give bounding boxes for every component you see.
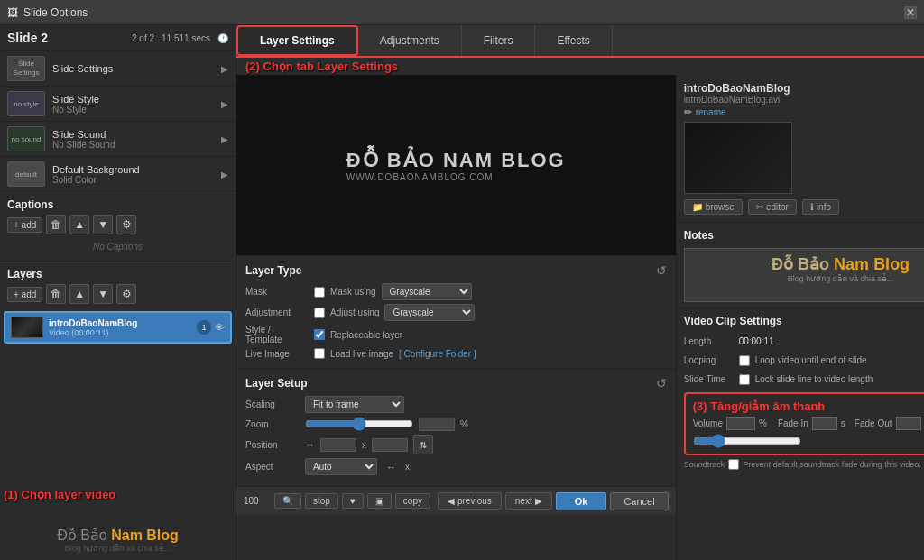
annotation-2: (2) Chọn tab Layer Settings (245, 60, 398, 73)
ok-button[interactable]: Ok (556, 492, 607, 510)
looping-row: Looping Loop video until end of slide Pr… (684, 353, 924, 368)
layers-up-button[interactable]: ▲ (69, 284, 89, 304)
title-bar: 🖼 Slide Options ✕ (0, 0, 924, 25)
scaling-row: Scaling Fit to frame (245, 396, 667, 413)
scaling-select[interactable]: Fit to frame (305, 396, 404, 413)
layer-type-reset[interactable]: ↺ (656, 263, 667, 278)
tab-filters[interactable]: Filters (462, 25, 536, 56)
zoom-row: Zoom 100 % (245, 417, 667, 431)
zoom-display: 100 (244, 496, 271, 506)
position-row: Position ↔ 0 x 0 ⇅ (245, 435, 667, 454)
copy-button[interactable]: copy (395, 493, 430, 509)
notes-body[interactable]: Đỗ Bảo Nam Blog Blog hướng dẫn và chia s… (684, 248, 924, 302)
aspect-select[interactable]: Auto (305, 458, 377, 475)
slide-settings-text: Slide Settings (52, 63, 214, 74)
file-filename: introDoBaoNamBlog.avi (684, 95, 924, 105)
pos-x-input[interactable]: 0 (320, 438, 356, 452)
layers-delete-button[interactable]: 🗑 (46, 284, 66, 304)
slide-style-sub: No Style (52, 105, 214, 115)
layers-add-button[interactable]: + add (7, 287, 42, 302)
slide-style-item[interactable]: no style Slide Style No Style ▶ (0, 87, 236, 122)
arrow-icon-4: ▶ (221, 170, 228, 179)
volume-slider[interactable] (693, 434, 801, 448)
default-bg-item[interactable]: default Default Background Solid Color ▶ (0, 157, 236, 192)
volume-label: Volume (693, 418, 723, 428)
captions-title: Captions (7, 198, 228, 211)
rename-link[interactable]: rename (696, 107, 726, 117)
browse-button[interactable]: 📁 browse (684, 199, 743, 215)
previous-button[interactable]: ◀ previous (438, 492, 502, 510)
bottom-bar: 100 🔍 stop ♥ ▣ copy ◀ previous next ▶ (236, 486, 676, 515)
notes-section: Notes ↺ Đỗ Bảo Nam Blog Blog hướng dẫn v… (677, 223, 924, 308)
file-name: introDoBaoNamBlog (684, 82, 924, 95)
file-info: introDoBaoNamBlog introDoBaoNamBlog.avi … (677, 75, 924, 223)
live-image-label: Live Image (245, 349, 309, 359)
captions-toolbar: + add 🗑 ▲ ▼ ⚙ (7, 215, 228, 234)
layer-visibility-icon[interactable]: 👁 (215, 322, 225, 333)
length-label: Length (684, 336, 734, 346)
aspect-x-label: x (405, 462, 410, 472)
annotation-1: (1) Chọn layer video (4, 488, 116, 501)
prev-label: previous (457, 496, 492, 506)
replaceable-checkbox[interactable] (314, 329, 325, 340)
layer-thumb-inner (12, 317, 42, 337)
mask-select[interactable]: Grayscale (382, 283, 472, 300)
tab-effects[interactable]: Effects (535, 25, 612, 56)
captions-add-button[interactable]: + add (7, 217, 42, 233)
pos-y-input[interactable]: 0 (372, 438, 408, 452)
fade-in-input[interactable]: 0 (812, 417, 837, 430)
captions-up-button[interactable]: ▲ (69, 215, 89, 234)
load-live-label: Load live image (330, 349, 393, 359)
layers-settings-button[interactable]: ⚙ (116, 284, 136, 304)
cancel-button[interactable]: Cancel (610, 492, 668, 510)
captions-down-button[interactable]: ▼ (93, 215, 113, 234)
layer-item[interactable]: introDoBaoNamBlog Video (00:00:11) 1 👁 (4, 311, 232, 344)
zoom-label: Zoom (245, 419, 300, 429)
frame-button[interactable]: ▣ (367, 493, 392, 509)
tab-adjustments[interactable]: Adjustments (358, 25, 462, 56)
captions-delete-button[interactable]: 🗑 (46, 215, 66, 234)
heart-button[interactable]: ♥ (342, 493, 364, 509)
soundtrack-checkbox[interactable] (728, 459, 739, 470)
adjustment-checkbox[interactable] (314, 308, 325, 318)
preview-area: ĐỖ BẢO NAM BLOG WWW.DOBAONAMBLOG.COM (236, 75, 676, 255)
live-image-checkbox[interactable] (314, 348, 325, 359)
slide-time-checkbox[interactable] (739, 374, 750, 385)
adjust-using-label: Adjust using (330, 308, 379, 317)
volume-input[interactable]: 20 (726, 417, 755, 430)
brand-do: Đỗ (57, 528, 80, 543)
pos-arrows-btn[interactable]: ⇅ (413, 435, 433, 454)
info-label: info (817, 202, 831, 212)
looping-checkbox[interactable] (739, 355, 750, 366)
zoom-value-input[interactable]: 100 (419, 418, 455, 431)
adjust-select[interactable]: Grayscale (384, 304, 475, 321)
layers-header: Layers + add 🗑 ▲ ▼ ⚙ (0, 262, 236, 308)
slide-settings-item[interactable]: SlideSettings Slide Settings ▶ (0, 51, 236, 87)
adjustment-label: Adjustment (245, 308, 309, 317)
editor-button[interactable]: ✂ editor (748, 199, 797, 215)
layers-down-button[interactable]: ▼ (93, 284, 113, 304)
stop-button[interactable]: stop (305, 493, 338, 509)
configure-link[interactable]: [ Configure Folder ] (399, 349, 476, 359)
fade-in-label: Fade In (778, 418, 808, 428)
captions-settings-button[interactable]: ⚙ (116, 215, 136, 234)
layer-setup-reset[interactable]: ↺ (656, 376, 667, 390)
close-button[interactable]: ✕ (904, 6, 917, 19)
info-button[interactable]: ℹ info (802, 199, 839, 215)
default-bg-badge: default (7, 161, 45, 187)
loop-label: Loop video until end of slide (755, 355, 924, 365)
zoom-magnify-btn[interactable]: 🔍 (274, 493, 301, 509)
layer-item-right: 1 👁 (197, 320, 225, 335)
zoom-slider[interactable] (305, 417, 413, 431)
next-button[interactable]: next ▶ (505, 492, 552, 510)
rename-icon: ✏ (684, 106, 692, 118)
aspect-arrows: ↔ (386, 462, 396, 473)
notes-do: Đỗ (772, 255, 798, 273)
tab-filters-label: Filters (484, 34, 513, 47)
slide-header: Slide 2 2 of 2 11.511 secs 🕐 (0, 25, 236, 51)
vcs-header: Video Clip Settings ↺ (684, 314, 924, 328)
tab-layer-settings[interactable]: Layer Settings (236, 25, 358, 56)
slide-sound-item[interactable]: no sound Slide Sound No Slide Sound ▶ (0, 122, 236, 157)
fade-out-input[interactable]: 0 (896, 417, 921, 430)
mask-checkbox[interactable] (314, 287, 325, 298)
